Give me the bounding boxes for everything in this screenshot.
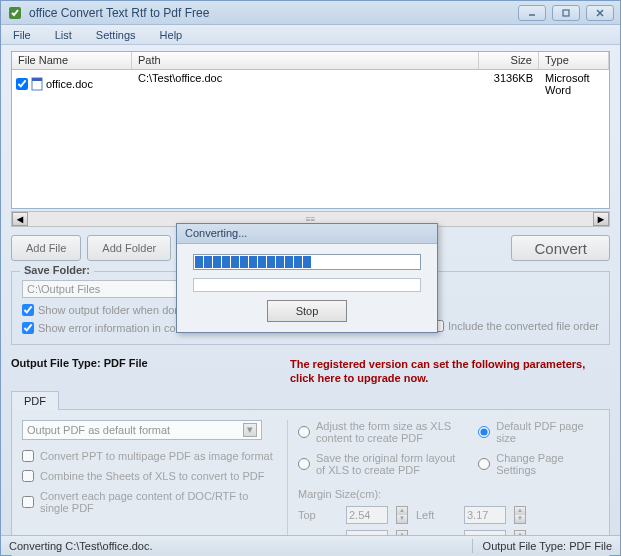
menu-file[interactable]: File — [7, 27, 37, 43]
scroll-right-icon[interactable]: ► — [593, 212, 609, 226]
margin-left-input[interactable]: 3.17 — [464, 506, 506, 524]
adjust-form-radio[interactable] — [298, 426, 310, 438]
menu-help[interactable]: Help — [154, 27, 189, 43]
table-header: File Name Path Size Type — [12, 52, 609, 70]
minimize-button[interactable] — [518, 5, 546, 21]
main-window: office Convert Text Rtf to Pdf Free File… — [0, 0, 621, 556]
status-converting: Converting C:\Test\office.doc. — [9, 540, 462, 552]
spinner-icon[interactable]: ▲▼ — [514, 506, 526, 524]
table-row[interactable]: office.doc C:\Test\office.doc 3136KB Mic… — [12, 70, 609, 98]
menu-settings[interactable]: Settings — [90, 27, 142, 43]
titlebar: office Convert Text Rtf to Pdf Free — [1, 1, 620, 25]
upgrade-notice[interactable]: The registered version can set the follo… — [290, 357, 590, 386]
svg-rect-2 — [563, 10, 569, 16]
include-order-label: Include the converted file order — [448, 320, 599, 332]
app-icon — [7, 5, 23, 21]
window-controls — [518, 5, 614, 21]
show-error-checkbox[interactable] — [22, 322, 34, 334]
output-type-label: Output File Type: PDF File — [11, 357, 148, 369]
scroll-left-icon[interactable]: ◄ — [12, 212, 28, 226]
close-button[interactable] — [586, 5, 614, 21]
row-checkbox[interactable] — [16, 78, 28, 90]
ppt-multipage-checkbox[interactable] — [22, 450, 34, 462]
pdf-format-combo[interactable]: Output PDF as default format ▾ — [22, 420, 262, 440]
combine-xls-checkbox[interactable] — [22, 470, 34, 482]
col-size[interactable]: Size — [479, 52, 539, 69]
col-type[interactable]: Type — [539, 52, 609, 69]
add-folder-button[interactable]: Add Folder — [87, 235, 171, 261]
word-doc-icon — [30, 77, 44, 91]
show-output-checkbox[interactable] — [22, 304, 34, 316]
margin-size-label: Margin Size(cm): — [298, 488, 599, 500]
pdf-options-panel: Output PDF as default format ▾ Convert P… — [11, 409, 610, 556]
svg-rect-4 — [32, 78, 42, 81]
show-output-label: Show output folder when done — [38, 304, 187, 316]
default-size-radio[interactable] — [478, 426, 490, 438]
each-page-checkbox[interactable] — [22, 496, 34, 508]
convert-button[interactable]: Convert — [511, 235, 610, 261]
add-file-button[interactable]: Add File — [11, 235, 81, 261]
statusbar: Converting C:\Test\office.doc. Output Fi… — [1, 535, 620, 555]
progress-bar — [193, 254, 421, 270]
spinner-icon[interactable]: ▲▼ — [396, 506, 408, 524]
margin-top-input[interactable]: 2.54 — [346, 506, 388, 524]
dialog-title: Converting... — [177, 224, 437, 244]
col-path[interactable]: Path — [132, 52, 479, 69]
menubar: File List Settings Help — [1, 25, 620, 45]
window-title: office Convert Text Rtf to Pdf Free — [29, 6, 518, 20]
col-filename[interactable]: File Name — [12, 52, 132, 69]
change-settings-radio[interactable] — [478, 458, 490, 470]
maximize-button[interactable] — [552, 5, 580, 21]
tab-pdf[interactable]: PDF — [11, 391, 59, 410]
combo-value: Output PDF as default format — [27, 424, 170, 436]
cell-type: Microsoft Word — [539, 72, 609, 96]
cell-size: 3136KB — [479, 72, 539, 96]
cell-filename: office.doc — [46, 78, 93, 90]
chevron-down-icon[interactable]: ▾ — [243, 423, 257, 437]
progress-bar-secondary — [193, 278, 421, 292]
save-orig-radio[interactable] — [298, 458, 310, 470]
status-output-type: Output File Type: PDF File — [483, 540, 612, 552]
stop-button[interactable]: Stop — [267, 300, 347, 322]
converting-dialog: Converting... Stop — [176, 223, 438, 333]
save-folder-title: Save Folder: — [20, 264, 94, 276]
file-list: File Name Path Size Type office.doc C:\T… — [11, 51, 610, 209]
cell-path: C:\Test\office.doc — [132, 72, 479, 96]
menu-list[interactable]: List — [49, 27, 78, 43]
